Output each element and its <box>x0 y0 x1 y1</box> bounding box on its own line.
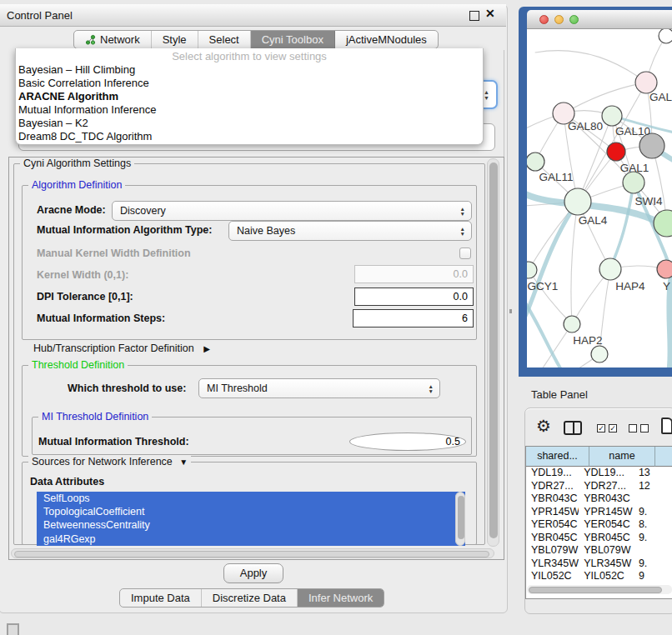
network-node[interactable] <box>607 142 625 161</box>
algorithm-option-bayesian-k2[interactable]: Bayesian – K2 <box>16 117 483 130</box>
hub-section[interactable]: Hub/Transcription Factor Definition ▶ <box>33 342 210 354</box>
network-node[interactable] <box>527 262 537 278</box>
table-cell: YER054C <box>579 518 634 532</box>
bottom-tab-impute-data[interactable]: Impute Data <box>120 589 202 607</box>
bottom-tab-infer-network[interactable]: Infer Network <box>298 589 384 607</box>
tab-jactivemnodules[interactable]: jActiveMNodules <box>335 31 438 48</box>
gear-icon[interactable]: ⚙ <box>536 418 551 434</box>
settings-hscrollbar-thumb[interactable] <box>14 551 489 558</box>
table-row[interactable]: YER054CYER054C8. <box>526 518 672 532</box>
table-cell: 9. <box>634 532 672 545</box>
table-column-header-2[interactable]: name <box>589 447 655 467</box>
collapse-arrow-icon[interactable]: ▶ <box>203 344 210 353</box>
network-node-label: HAP2 <box>573 334 602 347</box>
network-node[interactable] <box>527 152 544 171</box>
attribute-item-topologicalcoefficient[interactable]: TopologicalCoefficient <box>37 505 465 518</box>
algorithm-definition-title: Algorithm Definition <box>28 179 125 192</box>
table-hscrollbar-thumb[interactable] <box>529 587 662 593</box>
settings-vscrollbar-thumb[interactable] <box>489 162 498 538</box>
zoom-traffic-light[interactable] <box>569 15 579 24</box>
minimized-panel-icon[interactable] <box>7 623 19 635</box>
settings-hscrollbar[interactable] <box>11 548 494 558</box>
table-row[interactable]: YBR043CYBR043C <box>526 492 672 506</box>
float-window-icon[interactable] <box>469 11 479 21</box>
network-edge <box>669 281 671 368</box>
settings-vscrollbar[interactable] <box>487 158 499 547</box>
table-row[interactable]: YDL19...YDL19...13 <box>526 467 672 480</box>
table-row[interactable]: YIL052CYIL052C9 <box>526 570 672 583</box>
apply-button[interactable]: Apply <box>223 563 283 583</box>
algorithm-dropdown-prompt: Select algorithm to view settings <box>16 48 483 63</box>
screen: Control Panel ✕ NetworkStyleSelectCyni T… <box>0 0 672 635</box>
network-node[interactable] <box>659 29 672 43</box>
which-threshold-combo[interactable]: MI Threshold ▲▼ <box>198 378 440 398</box>
network-node[interactable] <box>591 346 608 362</box>
algorithm-option-aracne-algorithm[interactable]: ARACNE Algorithm <box>16 90 483 103</box>
kernel-width-input[interactable] <box>354 265 474 283</box>
attribute-item-gal4rgexp[interactable]: gal4RGexp <box>37 532 465 546</box>
manual-kernel-checkbox[interactable] <box>459 248 471 259</box>
table-row[interactable]: YBR045CYBR045C9. <box>526 532 672 545</box>
table-cell: YPR145W <box>526 506 579 519</box>
network-node[interactable] <box>657 260 672 278</box>
table-row[interactable]: YPR145WYPR145W9. <box>526 506 672 519</box>
attribute-item-selfloops[interactable]: SelfLoops <box>37 492 465 505</box>
table-row[interactable]: YLR345WYLR345W9. <box>526 558 672 571</box>
attributes-scrollbar-thumb[interactable] <box>458 496 464 539</box>
table-cell: 13 <box>634 467 672 480</box>
mi-steps-input[interactable] <box>353 309 474 328</box>
table-row[interactable]: YBL079WYBL079W <box>526 544 672 558</box>
which-threshold-label: Which threshold to use: <box>68 382 186 394</box>
network-node[interactable] <box>602 106 622 126</box>
close-icon[interactable]: ✕ <box>485 7 495 20</box>
hide-columns-icon[interactable] <box>629 424 649 432</box>
algorithm-option-mutual-information-inference[interactable]: Mutual Information Inference <box>16 103 483 117</box>
show-checked-columns-icon[interactable]: ✓ ✓ <box>597 424 617 432</box>
control-panel-tabs: NetworkStyleSelectCyni ToolboxjActiveMNo… <box>73 30 439 49</box>
dpi-tolerance-input[interactable] <box>354 288 474 306</box>
tab-label: Style <box>163 33 187 46</box>
network-node[interactable] <box>623 172 644 193</box>
tab-select[interactable]: Select <box>198 31 251 48</box>
table-cell: YLR345W <box>579 558 634 571</box>
bottom-tab-discretize-data[interactable]: Discretize Data <box>202 589 298 607</box>
table-cell: YDR27... <box>526 480 579 493</box>
table-row[interactable]: YDR27...YDR27...12 <box>526 480 672 493</box>
minimize-traffic-light[interactable] <box>554 15 564 24</box>
algorithm-option-bayesian-hill-climbing[interactable]: Bayesian – Hill Climbing <box>16 63 483 77</box>
close-traffic-light[interactable] <box>539 15 549 24</box>
aracne-mode-combo[interactable]: Discovery ▲▼ <box>112 201 472 221</box>
tab-cyni-toolbox[interactable]: Cyni Toolbox <box>251 31 335 48</box>
column-layout-icon[interactable] <box>564 421 582 435</box>
attributes-scrollbar[interactable] <box>455 492 465 546</box>
algorithm-option-basic-correlation-inference[interactable]: Basic Correlation Inference <box>16 77 483 90</box>
mi-type-combo[interactable]: Naive Bayes ▲▼ <box>228 221 472 241</box>
algorithm-option-dream8-dc-tdc-algorithm[interactable]: Dream8 DC_TDC Algorithm <box>16 130 483 143</box>
table-cell: YBR043C <box>579 492 634 506</box>
export-table-icon[interactable] <box>661 418 672 434</box>
tab-style[interactable]: Style <box>152 31 198 48</box>
sources-group-title[interactable]: Sources for Network Inference ▼ <box>28 456 191 468</box>
network-node[interactable] <box>599 258 621 280</box>
network-node[interactable] <box>564 316 580 332</box>
table-cell: YBR045C <box>579 532 634 545</box>
mi-threshold-input[interactable] <box>349 432 466 451</box>
attribute-item-betweennesscentrality[interactable]: BetweennessCentrality <box>37 518 465 532</box>
tab-label: Network <box>100 33 140 46</box>
tab-network[interactable]: Network <box>74 31 152 48</box>
network-window-titlebar[interactable] <box>527 10 672 29</box>
hidden-panel-border <box>504 50 504 157</box>
table-column-header-3[interactable]: A <box>655 447 672 467</box>
table-cell: 9. <box>634 558 672 571</box>
network-node[interactable] <box>564 188 591 215</box>
expand-arrow-icon[interactable]: ▼ <box>179 458 188 467</box>
table-cell: YBR045C <box>526 532 579 545</box>
table-body: YDL19...YDL19...13YDR27...YDR27...12YBR0… <box>526 467 672 583</box>
network-canvas-svg: GALGAL80GAL10GAL1GAL11SWI4GAL4GCY1HAP4YH… <box>527 29 672 368</box>
network-canvas[interactable]: GALGAL80GAL10GAL1GAL11SWI4GAL4GCY1HAP4YH… <box>527 29 672 368</box>
network-node-label: Y <box>663 280 670 292</box>
table-column-header-1[interactable]: shared... <box>526 447 589 467</box>
stepper-up-icon: ▲ <box>484 89 489 95</box>
hub-section-label: Hub/Transcription Factor Definition <box>33 342 194 354</box>
split-divider-handle[interactable] <box>509 309 512 313</box>
